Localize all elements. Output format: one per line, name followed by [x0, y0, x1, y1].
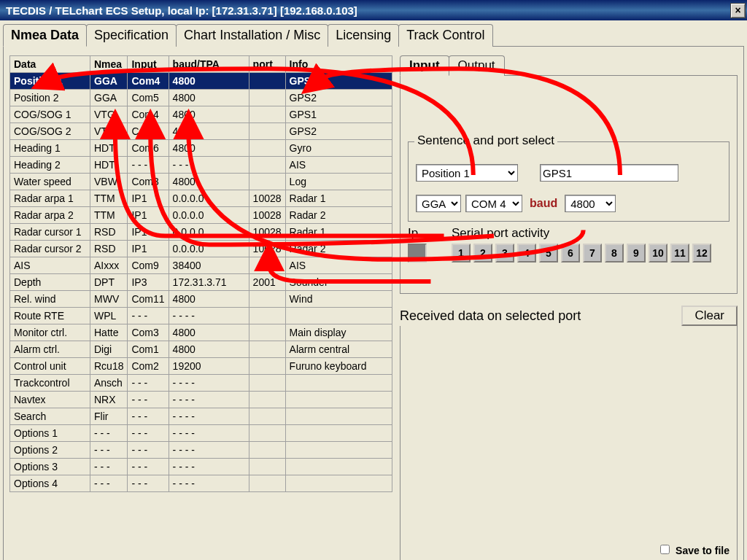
table-row[interactable]: Control unitRcu18Com219200Furuno keyboar…	[10, 358, 392, 375]
data-select[interactable]: Position 1	[416, 164, 518, 182]
table-cell: - - -	[128, 442, 169, 459]
activity-port-button[interactable]: 6	[561, 244, 580, 262]
table-cell: Log	[285, 174, 392, 190]
table-cell: Heading 1	[10, 140, 90, 157]
nmea-table[interactable]: DataNmeaInputbaud/TPAportInfo Position 1…	[9, 55, 392, 492]
column-header[interactable]: Info	[285, 56, 392, 73]
table-cell: IP3	[128, 274, 169, 291]
table-cell: Ansch	[90, 375, 128, 392]
activity-port-button[interactable]: 11	[670, 244, 689, 262]
column-header[interactable]: Nmea	[90, 56, 128, 73]
column-header[interactable]: Data	[10, 56, 90, 73]
table-cell: 4800	[169, 291, 249, 308]
nmea-select[interactable]: GGA	[416, 195, 461, 212]
table-row[interactable]: Monitor ctrl.HatteCom34800Main display	[10, 324, 392, 341]
close-button[interactable]: ×	[730, 3, 746, 18]
activity-port-button[interactable]: 7	[583, 244, 602, 262]
tab-licensing[interactable]: Licensing	[328, 24, 399, 47]
table-row[interactable]: Route RTEWPL- - -- - - -	[10, 308, 392, 324]
table-cell: GPS1	[285, 73, 392, 90]
activity-port-button[interactable]: 4	[517, 244, 536, 262]
table-cell: Digi	[90, 341, 128, 358]
info-input[interactable]	[540, 164, 678, 182]
table-cell: - - -	[90, 442, 128, 459]
tab-chart-installation[interactable]: Chart Installation / Misc	[176, 24, 328, 47]
table-row[interactable]: Radar arpa 1TTMIP10.0.0.010028Radar 1	[10, 190, 392, 207]
received-label: Received data on selected port	[400, 308, 581, 324]
activity-port-button[interactable]: 8	[605, 244, 624, 262]
table-cell: AIS	[285, 157, 392, 174]
table-row[interactable]: Radar arpa 2TTMIP10.0.0.010028Radar 2	[10, 207, 392, 224]
table-cell: - - -	[90, 475, 128, 492]
table-cell: Flir	[90, 408, 128, 425]
clear-button[interactable]: Clear	[681, 306, 738, 326]
table-row[interactable]: TrackcontrolAnsch- - -- - - -	[10, 375, 392, 392]
table-cell: Com3	[128, 174, 169, 190]
table-row[interactable]: Heading 2HDT- - -- - -AIS	[10, 157, 392, 174]
save-to-file-checkbox-label[interactable]: Save to file	[657, 545, 729, 556]
table-row[interactable]: NavtexNRX- - -- - - -	[10, 392, 392, 408]
table-cell: HDT	[90, 140, 128, 157]
tab-specification[interactable]: Specification	[86, 24, 177, 47]
table-cell: - - -	[128, 392, 169, 408]
table-row[interactable]: COG/SOG 1VTGCom44800GPS1	[10, 106, 392, 123]
table-cell: Com1	[128, 341, 169, 358]
table-cell: Options 4	[10, 475, 90, 492]
table-row[interactable]: Options 3- - -- - -- - - -	[10, 459, 392, 475]
table-row[interactable]: Radar cursor 1RSDIP10.0.0.010028Radar 1	[10, 224, 392, 241]
table-row[interactable]: Position 2GGACom54800GPS2	[10, 90, 392, 106]
table-row[interactable]: Water speedVBWCom34800Log	[10, 174, 392, 190]
table-cell: TTM	[90, 207, 128, 224]
table-cell: - - - -	[169, 459, 249, 475]
tab-input[interactable]: Input	[400, 55, 449, 76]
table-row[interactable]: COG/SOG 2VTGCom54800GPS2	[10, 123, 392, 140]
table-cell: Furuno keyboard	[285, 358, 392, 375]
save-to-file-checkbox[interactable]	[660, 545, 670, 554]
activity-label: Serial port activity	[452, 226, 729, 241]
activity-port-button[interactable]: 10	[649, 244, 667, 262]
tab-nmea-data[interactable]: Nmea Data	[3, 24, 87, 47]
table-row[interactable]: Radar cursor 2RSDIP10.0.0.010028Radar 2	[10, 241, 392, 257]
table-cell: - - -	[90, 459, 128, 475]
activity-port-button[interactable]: 3	[495, 244, 514, 262]
table-cell: Route RTE	[10, 308, 90, 324]
tab-track-control[interactable]: Track Control	[398, 24, 492, 47]
table-row[interactable]: AISAIxxxCom938400AIS	[10, 257, 392, 274]
table-cell: Rcu18	[90, 358, 128, 375]
table-cell: VTG	[90, 123, 128, 140]
activity-port-button[interactable]: 2	[473, 244, 492, 262]
table-cell: 2001	[249, 274, 285, 291]
com-select[interactable]: COM 4	[465, 195, 522, 212]
table-row[interactable]: Options 1- - -- - -- - - -	[10, 425, 392, 442]
table-cell: 4800	[169, 140, 249, 157]
baud-select[interactable]: 4800	[565, 195, 616, 212]
activity-port-button[interactable]: 1	[452, 244, 471, 262]
table-row[interactable]: DepthDPTIP3172.31.3.712001Sounder	[10, 274, 392, 291]
table-cell: Com5	[128, 90, 169, 106]
table-cell: Radar cursor 1	[10, 224, 90, 241]
table-row[interactable]: Heading 1HDTCom64800Gyro	[10, 140, 392, 157]
activity-port-button[interactable]: 9	[627, 244, 646, 262]
table-cell	[249, 106, 285, 123]
table-cell: Radar 2	[285, 207, 392, 224]
activity-port-button[interactable]: 5	[539, 244, 558, 262]
input-panel: Sentence and port select Position 1 GGA …	[400, 75, 738, 294]
table-cell: Radar 1	[285, 190, 392, 207]
table-cell	[249, 459, 285, 475]
activity-port-button[interactable]: 12	[692, 244, 711, 262]
table-row[interactable]: SearchFlir- - -- - - -	[10, 408, 392, 425]
table-cell: VTG	[90, 106, 128, 123]
tab-output[interactable]: Output	[449, 55, 505, 76]
column-header[interactable]: port	[249, 56, 285, 73]
table-row[interactable]: Position 1GGACom44800GPS1	[10, 73, 392, 90]
table-row[interactable]: Rel. windMWVCom114800Wind	[10, 291, 392, 308]
column-header[interactable]: Input	[128, 56, 169, 73]
ip-indicator[interactable]	[408, 244, 427, 262]
table-cell: 4800	[169, 174, 249, 190]
column-header[interactable]: baud/TPA	[169, 56, 249, 73]
table-row[interactable]: Options 2- - -- - -- - - -	[10, 442, 392, 459]
table-cell: Monitor ctrl.	[10, 324, 90, 341]
table-row[interactable]: Options 4- - -- - -- - - -	[10, 475, 392, 492]
table-cell: 10028	[249, 224, 285, 241]
table-row[interactable]: Alarm ctrl.DigiCom14800Alarm central	[10, 341, 392, 358]
